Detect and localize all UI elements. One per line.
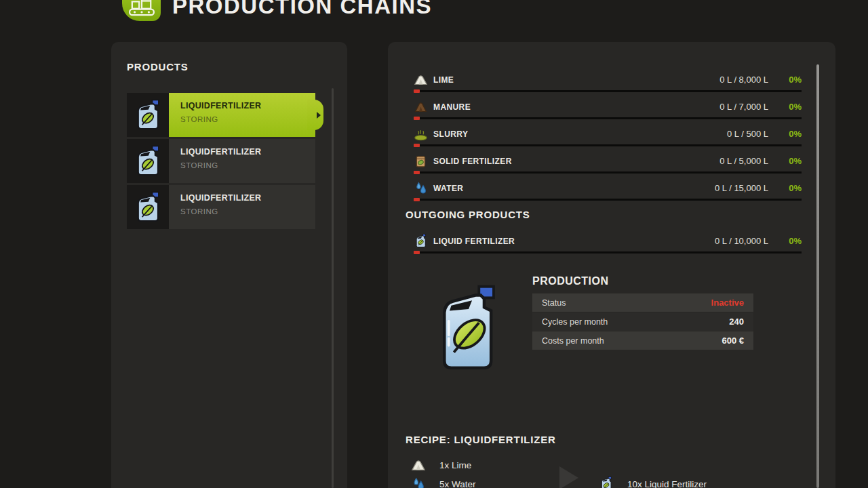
fill-bar	[414, 117, 802, 120]
products-heading: PRODUCTS	[127, 61, 189, 73]
product-name: LIQUIDFERTILIZER	[180, 147, 315, 157]
storage-row-liquid-fertilizer: LIQUID FERTILIZER 0 L / 10,000 L 0%	[406, 231, 802, 254]
recipe-output-liquid-fertilizer: 10x Liquid Fertilizer	[593, 474, 707, 488]
liquid-fertilizer-product-image	[434, 283, 503, 373]
storage-fill-level: 0 L / 500 L	[727, 129, 768, 139]
fill-bar-track	[420, 251, 802, 253]
recipe-output-label: 10x Liquid Fertilizer	[627, 479, 707, 488]
fill-bar	[414, 251, 802, 254]
product-item-label: LIQUIDFERTILIZER STORING	[169, 139, 315, 183]
storage-name: MANURE	[433, 102, 719, 112]
costs-value: 600 €	[722, 336, 744, 346]
storage-percent: 0%	[783, 102, 802, 112]
liquid-fertilizer-jug-icon	[127, 93, 169, 137]
product-name: LIQUIDFERTILIZER	[180, 193, 315, 203]
recipe-heading: RECIPE: LIQUIDFERTILIZER	[406, 434, 556, 445]
recipe-input-lime: 1x Lime	[406, 455, 476, 474]
status-value: Inactive	[711, 298, 744, 308]
details-scrollbar[interactable]	[816, 64, 819, 488]
product-status: STORING	[180, 207, 315, 216]
manure-icon	[414, 100, 428, 114]
storage-fill-level: 0 L / 7,000 L	[719, 102, 768, 112]
liquid-fertilizer-jug-icon	[599, 476, 614, 488]
storage-name: SLURRY	[433, 129, 727, 139]
right-arrow-icon	[317, 112, 321, 119]
storage-fill-level: 0 L / 10,000 L	[715, 236, 768, 246]
fill-bar-marker	[414, 117, 420, 120]
recipe-arrow-icon	[559, 466, 578, 488]
storage-row-slurry: SLURRY 0 L / 500 L 0%	[406, 124, 802, 147]
row-label: Costs per month	[542, 336, 722, 346]
liquid-fertilizer-jug-icon	[414, 234, 428, 248]
production-heading: PRODUCTION	[532, 275, 609, 287]
storage-fill-level: 0 L / 15,000 L	[715, 183, 768, 193]
liquid-fertilizer-jug-icon	[127, 139, 169, 183]
storage-row-water: WATER 0 L / 15,000 L 0%	[406, 178, 802, 201]
product-item-liquidfertilizer-3[interactable]: LIQUIDFERTILIZER STORING	[127, 185, 315, 229]
storage-row-manure: MANURE 0 L / 7,000 L 0%	[406, 97, 802, 120]
product-status: STORING	[180, 161, 315, 169]
incoming-products-list: LIME 0 L / 8,000 L 0% MANURE 0 L / 7,000…	[406, 70, 802, 205]
page-title: PRODUCTION CHAINS	[172, 0, 432, 19]
products-panel: PRODUCTS LIQUIDFERTILIZER STORING	[111, 42, 347, 488]
product-item-liquidfertilizer-1[interactable]: LIQUIDFERTILIZER STORING	[127, 93, 315, 137]
fill-bar	[414, 198, 802, 201]
lime-icon	[411, 458, 426, 472]
production-row-cycles: Cycles per month 240	[532, 312, 753, 331]
storage-row-solid-fertilizer: SOLID FERTILIZER 0 L / 5,000 L 0%	[406, 151, 802, 174]
fill-bar-track	[420, 199, 802, 201]
fill-bar-track	[420, 117, 802, 119]
product-item-label: LIQUIDFERTILIZER STORING	[169, 185, 315, 229]
outgoing-products-heading: OUTGOING PRODUCTS	[406, 209, 530, 220]
storage-percent: 0%	[783, 236, 802, 246]
fill-bar-marker	[414, 171, 420, 174]
selected-pointer	[307, 100, 323, 130]
storage-name: SOLID FERTILIZER	[433, 157, 719, 166]
cycles-value: 240	[729, 317, 744, 327]
slurry-icon	[414, 127, 428, 141]
storage-name: LIME	[433, 75, 719, 85]
production-chains-icon	[122, 0, 161, 21]
fill-bar-track	[420, 90, 802, 92]
outgoing-products-list: LIQUID FERTILIZER 0 L / 10,000 L 0%	[406, 231, 802, 258]
product-status: STORING	[180, 115, 315, 123]
solid-fertilizer-icon	[414, 154, 428, 168]
fill-bar-marker	[414, 198, 420, 201]
production-details-panel: LIME 0 L / 8,000 L 0% MANURE 0 L / 7,000…	[388, 42, 835, 488]
recipe-input-water: 5x Water	[406, 474, 476, 488]
lime-icon	[414, 73, 428, 87]
storage-percent: 0%	[783, 75, 802, 85]
product-item-label: LIQUIDFERTILIZER STORING	[169, 93, 315, 137]
water-icon	[414, 181, 428, 195]
products-scrollbar[interactable]	[332, 88, 334, 488]
fill-bar-track	[420, 144, 802, 146]
recipe-outputs: 10x Liquid Fertilizer	[593, 474, 707, 488]
row-label: Cycles per month	[542, 317, 729, 327]
storage-name: WATER	[433, 184, 715, 193]
recipe-input-label: 1x Lime	[439, 460, 471, 470]
recipe-input-label: 5x Water	[439, 479, 476, 488]
product-item-liquidfertilizer-2[interactable]: LIQUIDFERTILIZER STORING	[127, 139, 315, 183]
conveyor-belt-glyph	[127, 0, 156, 17]
production-info-table: Status Inactive Cycles per month 240 Cos…	[532, 293, 753, 350]
fill-bar-marker	[414, 251, 420, 254]
storage-fill-level: 0 L / 8,000 L	[719, 75, 768, 85]
water-icon	[411, 476, 426, 488]
recipe-inputs: 1x Lime 5x Water	[406, 455, 476, 488]
storage-fill-level: 0 L / 5,000 L	[719, 156, 768, 166]
production-row-costs: Costs per month 600 €	[532, 331, 753, 350]
fill-bar	[414, 144, 802, 147]
row-label: Status	[542, 298, 711, 308]
storage-percent: 0%	[783, 129, 802, 139]
storage-name: LIQUID FERTILIZER	[433, 237, 715, 246]
product-name: LIQUIDFERTILIZER	[180, 101, 315, 110]
storage-percent: 0%	[783, 183, 802, 193]
fill-bar-marker	[414, 89, 420, 93]
fill-bar	[414, 171, 802, 174]
fill-bar-marker	[414, 144, 420, 147]
storage-percent: 0%	[783, 156, 802, 166]
storage-row-lime: LIME 0 L / 8,000 L 0%	[406, 70, 802, 93]
liquid-fertilizer-jug-icon	[127, 185, 169, 229]
product-list: LIQUIDFERTILIZER STORING LIQUIDFERTILIZE…	[127, 93, 315, 231]
fill-bar-track	[420, 171, 802, 174]
